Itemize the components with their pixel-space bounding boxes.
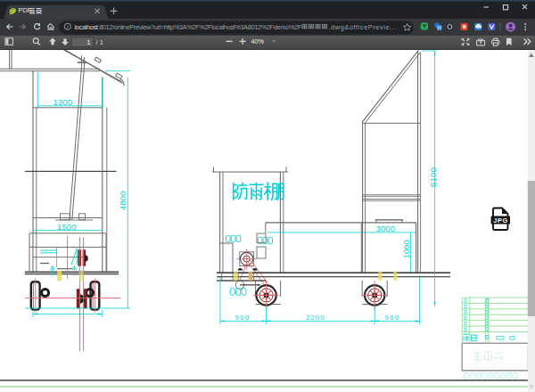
svg-text:3000: 3000 [376,224,396,233]
svg-text:1500: 1500 [57,222,77,232]
svg-text:900: 900 [385,314,399,322]
svg-text:.dwg&officePrevie...: .dwg&officePrevie... [329,23,397,31]
svg-text:localhost:8012/onlinePreview?u: localhost:8012/onlinePreview?url=http%3A… [75,23,302,31]
svg-text:4800: 4800 [118,192,128,211]
svg-text:2200: 2200 [306,314,325,322]
svg-text:JPG: JPG [493,216,507,225]
svg-text:900: 900 [235,314,250,322]
svg-text:1: 1 [86,38,90,46]
svg-text:1300: 1300 [54,97,73,107]
svg-text:40%: 40% [251,37,265,45]
svg-text:5100: 5100 [428,167,438,187]
svg-text:1000: 1000 [401,240,411,259]
svg-text:/ 1: / 1 [96,38,103,46]
